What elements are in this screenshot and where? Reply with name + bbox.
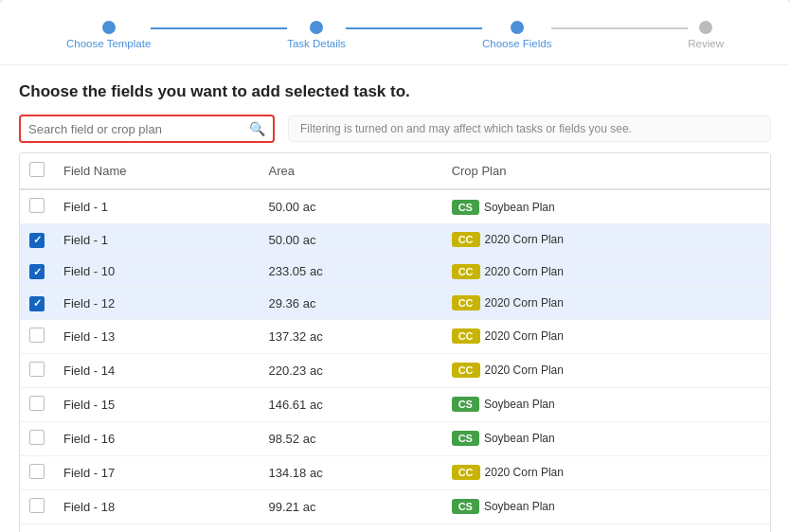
row-checkbox[interactable] [29, 396, 45, 411]
table-row[interactable]: Field - 17 134.18 ac CC 2020 Corn Plan [20, 455, 770, 489]
row-area: 50.00 ac [260, 189, 442, 224]
step-label-4: Review [688, 38, 724, 49]
crop-plan-name: 2020 Corn Plan [485, 466, 564, 479]
row-crop-plan: CS Soybean Plan [442, 189, 770, 224]
step-dot-4 [699, 21, 712, 34]
row-checkbox-cell[interactable] [20, 523, 54, 532]
crop-plan-name: 2020 Corn Plan [485, 329, 564, 343]
row-checkbox[interactable] [29, 464, 45, 479]
row-checkbox[interactable] [29, 198, 45, 213]
row-field-name: Field - 17 [54, 455, 260, 489]
search-box[interactable]: 🔍 [19, 115, 275, 143]
row-checkbox-cell[interactable] [20, 319, 54, 353]
row-checkbox-cell[interactable] [20, 455, 54, 489]
step-line-1 [151, 27, 287, 29]
row-crop-plan: CS Soybean Plan [442, 387, 770, 421]
row-checkbox[interactable] [29, 430, 45, 445]
table-row[interactable]: Field - 12 29.36 ac CC 2020 Corn Plan [20, 288, 770, 320]
top-controls: 🔍 Filtering is turned on and may affect … [19, 115, 771, 143]
row-area: 29.36 ac [260, 288, 442, 320]
row-area: 134.18 ac [260, 455, 442, 489]
row-crop-plan: CS Soybean Plan [442, 421, 770, 455]
crop-badge-tag: CC [452, 295, 480, 310]
header-checkbox[interactable] [20, 153, 54, 189]
header-field-name: Field Name [54, 153, 260, 189]
crop-plan-name: Soybean Plan [484, 201, 555, 214]
table-body: Field - 1 50.00 ac CS Soybean Plan Field… [20, 189, 770, 532]
row-field-name: Field - 16 [54, 421, 260, 455]
modal: Choose Template Task Details Choose Fiel… [0, 0, 790, 532]
crop-plan-name: 2020 Corn Plan [485, 265, 564, 278]
table-row[interactable]: Field - 1 50.00 ac CS Soybean Plan [20, 189, 770, 224]
row-field-name: Field - 1 [54, 189, 260, 224]
crop-plan-name: Soybean Plan [484, 398, 555, 411]
row-checkbox-cell[interactable] [20, 189, 54, 224]
row-area: 137.32 ac [260, 319, 442, 353]
step-review: Review [688, 21, 724, 49]
search-input[interactable] [28, 122, 249, 136]
row-field-name: Field - 10 [54, 256, 260, 288]
row-field-name: Field - 12 [54, 288, 260, 320]
row-checkbox-cell[interactable] [20, 256, 54, 288]
crop-badge-tag: CS [452, 431, 479, 446]
step-dot-3 [511, 21, 524, 34]
row-checkbox[interactable] [29, 362, 45, 377]
row-checkbox[interactable] [29, 264, 45, 279]
row-checkbox-cell[interactable] [20, 288, 54, 320]
row-checkbox-cell[interactable] [20, 387, 54, 421]
row-checkbox-cell[interactable] [20, 489, 54, 523]
modal-body: Choose the fields you want to add select… [0, 65, 790, 532]
table-row[interactable]: Field - 19 196.61 ac CS Soybean Plan [20, 523, 770, 532]
crop-plan-name: 2020 Corn Plan [485, 364, 564, 377]
row-crop-plan: CC 2020 Corn Plan [442, 288, 770, 320]
step-line-3 [551, 27, 688, 29]
row-area: 99.21 ac [260, 489, 442, 523]
row-area: 50.00 ac [260, 224, 442, 257]
table-row[interactable]: Field - 1 50.00 ac CC 2020 Corn Plan [20, 224, 770, 257]
row-crop-plan: CC 2020 Corn Plan [442, 256, 770, 288]
table-row[interactable]: Field - 14 220.23 ac CC 2020 Corn Plan [20, 353, 770, 387]
row-checkbox-cell[interactable] [20, 224, 54, 257]
crop-badge-tag: CS [452, 200, 479, 215]
step-label-2: Task Details [287, 38, 346, 49]
crop-plan-name: Soybean Plan [484, 432, 555, 445]
row-field-name: Field - 18 [54, 489, 260, 523]
table-row[interactable]: Field - 10 233.05 ac CC 2020 Corn Plan [20, 256, 770, 288]
crop-plan-name: Soybean Plan [484, 500, 555, 513]
row-checkbox-cell[interactable] [20, 421, 54, 455]
crop-badge-tag: CS [452, 397, 479, 412]
row-checkbox[interactable] [29, 498, 45, 513]
step-label-3: Choose Fields [482, 38, 552, 49]
row-area: 98.52 ac [260, 421, 442, 455]
row-checkbox-cell[interactable] [20, 353, 54, 387]
row-area: 196.61 ac [260, 523, 442, 532]
step-label-1: Choose Template [66, 38, 151, 49]
filter-notice: Filtering is turned on and may affect wh… [288, 115, 771, 142]
table-row[interactable]: Field - 15 146.61 ac CS Soybean Plan [20, 387, 770, 421]
crop-badge-tag: CC [452, 363, 480, 378]
table-row[interactable]: Field - 13 137.32 ac CC 2020 Corn Plan [20, 319, 770, 353]
row-crop-plan: CC 2020 Corn Plan [442, 319, 770, 353]
header-area: Area [260, 153, 442, 189]
row-field-name: Field - 1 [54, 224, 260, 257]
table-row[interactable]: Field - 16 98.52 ac CS Soybean Plan [20, 421, 770, 455]
search-icon: 🔍 [249, 121, 265, 136]
row-checkbox[interactable] [29, 233, 45, 248]
crop-plan-name: 2020 Corn Plan [485, 296, 564, 310]
crop-badge-tag: CC [452, 232, 480, 247]
step-task-details: Task Details [287, 21, 346, 49]
row-checkbox[interactable] [29, 328, 45, 343]
row-field-name: Field - 13 [54, 319, 260, 353]
crop-badge-tag: CC [452, 264, 480, 279]
step-line-2 [346, 27, 482, 29]
row-crop-plan: CC 2020 Corn Plan [442, 455, 770, 489]
row-field-name: Field - 14 [54, 353, 260, 387]
select-all-checkbox[interactable] [29, 162, 45, 177]
table-container[interactable]: Field Name Area Crop Plan Field - 1 50.0… [19, 152, 771, 532]
header-crop-plan: Crop Plan [442, 153, 770, 189]
table-row[interactable]: Field - 18 99.21 ac CS Soybean Plan [20, 489, 770, 523]
row-checkbox[interactable] [29, 296, 45, 311]
table-header: Field Name Area Crop Plan [20, 153, 770, 189]
step-dot-1 [102, 21, 116, 34]
fields-table: Field Name Area Crop Plan Field - 1 50.0… [20, 153, 770, 532]
